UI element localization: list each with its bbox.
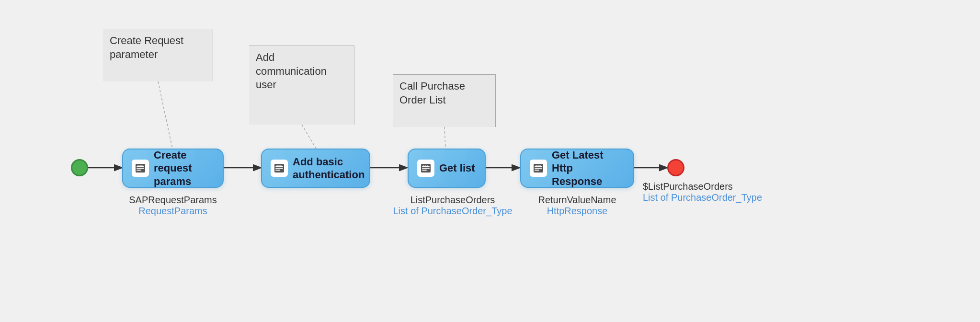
sublabel-get-latest-http: ReturnValueName HttpResponse	[520, 195, 634, 217]
sublabel-get-latest-http-type: HttpResponse	[520, 206, 634, 217]
annotation-call-purchase: Call PurchaseOrder List	[393, 74, 496, 127]
svg-rect-25	[422, 170, 427, 171]
svg-rect-11	[137, 170, 141, 171]
svg-rect-28	[427, 165, 428, 166]
end-label-type: List of PurchaseOrder_Type	[643, 192, 762, 203]
svg-rect-34	[537, 165, 539, 166]
annotation-create-request-label: Create Requestparameter	[110, 34, 183, 60]
svg-rect-33	[536, 165, 537, 166]
annotation-call-purchase-label: Call PurchaseOrder List	[399, 80, 465, 106]
annotation-add-comm-user-label: Addcommunicationuser	[256, 51, 327, 91]
node-get-list-label: Get list	[439, 161, 475, 175]
node-add-basic-auth-label: Add basicauthentication	[293, 155, 365, 182]
node-get-list-icon	[417, 160, 434, 177]
svg-rect-14	[141, 165, 143, 166]
svg-rect-32	[535, 170, 539, 171]
sublabel-create-request-type: RequestParams	[122, 206, 224, 217]
end-label-var: $ListPurchaseOrders	[643, 181, 762, 192]
svg-rect-26	[423, 165, 424, 166]
svg-rect-12	[137, 165, 139, 166]
sublabel-get-latest-http-main: ReturnValueName	[520, 195, 634, 206]
node-get-list[interactable]: Get list	[408, 149, 486, 188]
node-get-latest-http[interactable]: Get Latest HttpResponse	[520, 149, 634, 188]
annotation-add-comm-user: Addcommunicationuser	[249, 46, 354, 125]
terminal-end	[667, 159, 684, 176]
annotation-create-request: Create Requestparameter	[103, 29, 213, 81]
svg-rect-20	[278, 165, 280, 166]
svg-rect-31	[535, 168, 542, 169]
node-get-latest-http-icon	[530, 160, 547, 177]
node-add-basic-auth-icon	[271, 160, 288, 177]
node-create-request-label: Create requestparams	[154, 149, 214, 188]
node-create-request-icon	[132, 160, 149, 177]
node-add-basic-auth[interactable]: Add basicauthentication	[261, 149, 370, 188]
svg-rect-35	[539, 165, 541, 166]
svg-rect-18	[275, 170, 280, 171]
svg-rect-27	[425, 165, 426, 166]
svg-rect-10	[137, 168, 144, 169]
sublabel-get-list: ListPurchaseOrders List of PurchaseOrder…	[393, 195, 513, 217]
end-label: $ListPurchaseOrders List of PurchaseOrde…	[643, 181, 762, 203]
node-create-request-params[interactable]: Create requestparams	[122, 149, 224, 188]
svg-rect-17	[275, 168, 283, 169]
sublabel-create-request: SAPRequestParams RequestParams	[122, 195, 224, 217]
svg-rect-19	[276, 165, 278, 166]
sublabel-create-request-main: SAPRequestParams	[122, 195, 224, 206]
svg-rect-24	[422, 168, 430, 169]
svg-rect-21	[280, 165, 282, 166]
svg-line-5	[158, 81, 172, 149]
svg-line-7	[444, 127, 445, 149]
workflow-canvas: Create Requestparameter Addcommunication…	[0, 0, 980, 322]
sublabel-get-list-type: List of PurchaseOrder_Type	[393, 206, 513, 217]
svg-line-6	[302, 125, 316, 149]
sublabel-get-list-main: ListPurchaseOrders	[393, 195, 513, 206]
terminal-start	[71, 159, 88, 176]
svg-rect-13	[139, 165, 141, 166]
node-get-latest-http-label: Get Latest HttpResponse	[552, 149, 625, 188]
